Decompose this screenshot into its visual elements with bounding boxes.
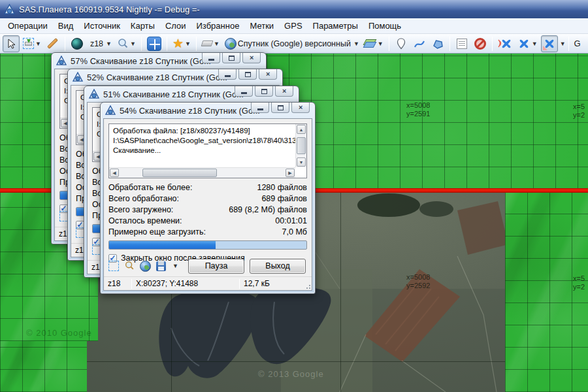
stat-label: Всего обработано: bbox=[108, 194, 179, 203]
map-globe-icon bbox=[225, 38, 237, 50]
status-coordinates: X:80237; Y:41488 bbox=[132, 279, 239, 288]
select-region-button[interactable]: ▼ bbox=[21, 35, 43, 52]
scroll-down-icon[interactable]: ▼ bbox=[297, 157, 306, 167]
exit-button[interactable]: Выход bbox=[250, 259, 306, 274]
favorites-button[interactable]: ★▼ bbox=[171, 35, 193, 52]
path-icon bbox=[414, 38, 425, 50]
chevron-down-icon: ▼ bbox=[106, 41, 112, 47]
layers-dropdown[interactable]: ▼ bbox=[363, 35, 385, 52]
polygon-icon bbox=[432, 38, 444, 50]
gps-area-icon bbox=[543, 46, 547, 50]
dialog-titlebar[interactable]: 51% Скачивание z18 Спутник (Go... × bbox=[84, 86, 299, 102]
progress-bar bbox=[108, 240, 307, 250]
chevron-down-icon[interactable]: ▼ bbox=[172, 263, 178, 269]
menu-maps[interactable]: Карты bbox=[125, 19, 160, 33]
scroll-right-icon[interactable]: ▶ bbox=[286, 169, 295, 177]
dialog-toolbar: ▼ Пауза Выход bbox=[108, 257, 307, 274]
gps-connect-button[interactable] bbox=[496, 35, 514, 52]
maximize-button[interactable] bbox=[222, 53, 240, 63]
tile-coordinate-label: x=5008y=2591 bbox=[406, 101, 430, 118]
resize-grip[interactable] bbox=[309, 287, 310, 289]
sasplanet-logo-icon bbox=[73, 72, 83, 82]
pan-move-button[interactable] bbox=[145, 35, 163, 52]
horizontal-scrollbar[interactable]: ◀ ▶ bbox=[109, 167, 295, 178]
menu-settings[interactable]: Параметры bbox=[308, 19, 363, 33]
zoom-level-dropdown[interactable]: z18 ▼ bbox=[87, 35, 114, 52]
close-button[interactable]: × bbox=[242, 53, 261, 63]
globe-icon[interactable] bbox=[140, 261, 151, 272]
stat-value: 1280 файлов bbox=[257, 183, 307, 192]
progress-fill bbox=[109, 241, 216, 249]
zoom-level-label: z18 bbox=[90, 39, 103, 48]
map-source-dropdown[interactable]: Спутник (Google) версионный ▼ bbox=[223, 35, 361, 52]
magnifier-icon[interactable] bbox=[124, 261, 135, 271]
add-placemark-button[interactable] bbox=[393, 35, 410, 52]
selection-rect-icon[interactable] bbox=[108, 261, 119, 271]
vertical-scrollbar[interactable]: ▲ ▼ bbox=[295, 124, 306, 167]
maximize-button[interactable] bbox=[238, 69, 257, 80]
close-button[interactable]: × bbox=[291, 103, 310, 113]
save-icon[interactable] bbox=[156, 261, 166, 271]
sasplanet-logo-icon bbox=[4, 4, 15, 15]
chevron-down-icon: ▼ bbox=[35, 41, 41, 47]
dialog-title: 57% Скачивание z18 Спутник (Go... bbox=[71, 56, 211, 66]
menu-operations[interactable]: Операции bbox=[3, 19, 53, 33]
status-zoom: z18 bbox=[104, 279, 131, 288]
minimize-button[interactable] bbox=[202, 53, 220, 63]
hide-marks-button[interactable] bbox=[472, 35, 489, 52]
main-toolbar: ▼ z18 ▼ ▼ ★▼ ▼ Спутник (Google) версионн… bbox=[0, 34, 588, 54]
maximize-button[interactable] bbox=[271, 103, 289, 113]
menu-placemarks[interactable]: Метки bbox=[244, 19, 279, 33]
scroll-up-icon[interactable]: ▲ bbox=[297, 125, 306, 134]
gps-satellite-signal-icon bbox=[498, 37, 512, 50]
menu-bar: Операции Вид Источник Карты Слои Избранн… bbox=[0, 18, 588, 34]
gps-marker-button[interactable] bbox=[541, 35, 558, 52]
scrollbar-thumb[interactable] bbox=[142, 169, 217, 177]
tile-coordinate-label: x=5008y=2592 bbox=[406, 273, 430, 290]
placemark-list-icon bbox=[457, 39, 467, 49]
gps-satellite-icon bbox=[517, 37, 531, 50]
menu-help[interactable]: Помощь bbox=[363, 19, 406, 33]
cursor-tool-button[interactable] bbox=[3, 35, 20, 52]
dialog-titlebar[interactable]: 52% Скачивание z18 Спутник (Go... × bbox=[68, 69, 282, 85]
minimize-button[interactable] bbox=[218, 69, 237, 80]
stat-label: Примерно еще загрузить: bbox=[108, 227, 206, 237]
scroll-left-icon[interactable]: ◀ bbox=[110, 169, 119, 177]
menu-view[interactable]: Вид bbox=[53, 19, 79, 33]
placemark-manager-button[interactable] bbox=[453, 35, 470, 52]
download-log[interactable]: Обработка файла: [z18/x80237/y41489] I:\… bbox=[108, 123, 307, 178]
add-path-button[interactable] bbox=[411, 35, 428, 52]
window-titlebar[interactable]: SAS.Планета 160919.9534 Nightly -= Debug… bbox=[0, 0, 588, 18]
add-polygon-button[interactable] bbox=[429, 35, 446, 52]
gps-track-button[interactable]: ▼ bbox=[515, 35, 540, 52]
stat-value: 7,0 Мб bbox=[282, 227, 307, 237]
magnifier-button[interactable]: ▼ bbox=[115, 35, 138, 52]
magnifier-icon bbox=[117, 38, 129, 50]
layers-icon bbox=[365, 39, 376, 48]
pause-button[interactable]: Пауза bbox=[188, 259, 244, 274]
google-watermark: © 2010 Google bbox=[26, 328, 92, 338]
scrollbar-thumb[interactable] bbox=[297, 137, 306, 154]
minimize-button[interactable] bbox=[235, 86, 253, 97]
cache-delete-button[interactable]: ▼ bbox=[200, 35, 221, 52]
no-entry-icon bbox=[474, 38, 486, 50]
ruler-tool-button[interactable] bbox=[44, 35, 61, 52]
dialog-title: 52% Скачивание z18 Спутник (Go... bbox=[87, 73, 227, 82]
menu-favorites[interactable]: Избранное bbox=[191, 19, 245, 33]
dialog-titlebar[interactable]: 57% Скачивание z18 Спутник (Go... × bbox=[52, 53, 266, 69]
close-button[interactable]: × bbox=[275, 86, 293, 97]
stat-value: 689 файлов bbox=[261, 194, 307, 203]
close-button[interactable]: × bbox=[259, 69, 277, 80]
dialog-titlebar[interactable]: 54% Скачивание z18 Спутник (Go... × bbox=[101, 103, 315, 118]
chevron-down-icon: ▼ bbox=[353, 41, 359, 47]
maximize-button[interactable] bbox=[255, 86, 273, 97]
star-icon: ★ bbox=[172, 37, 184, 50]
window-title: SAS.Планета 160919.9534 Nightly -= Debug… bbox=[19, 5, 200, 14]
chevron-down-icon: ▼ bbox=[378, 41, 384, 47]
menu-gps[interactable]: GPS bbox=[279, 19, 307, 33]
menu-source[interactable]: Источник bbox=[78, 19, 125, 33]
minimize-button[interactable] bbox=[251, 103, 269, 113]
selection-download-icon bbox=[23, 38, 34, 49]
zoom-globe-button[interactable] bbox=[69, 35, 86, 52]
menu-layers[interactable]: Слои bbox=[160, 19, 191, 33]
